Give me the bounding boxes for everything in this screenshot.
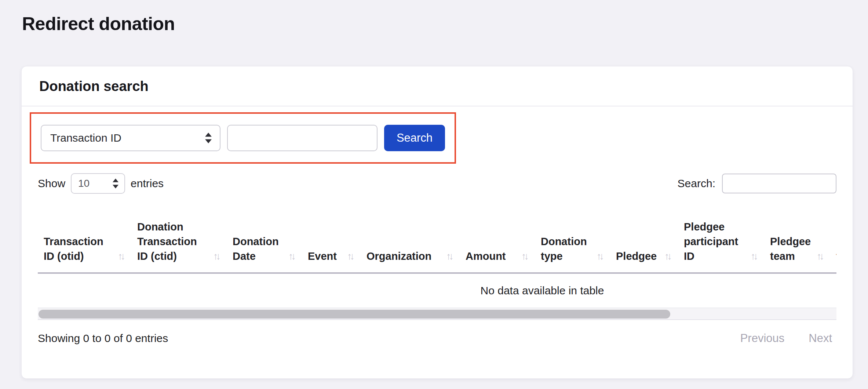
sort-icon: ↑↓: [521, 249, 529, 263]
column-label: PledgeeparticipantID: [684, 219, 738, 263]
select-arrows-icon: [205, 133, 212, 143]
column-label: Amount: [466, 249, 506, 263]
filter-field-select-value: Transaction ID: [50, 132, 121, 144]
sort-icon: ↑↓: [288, 249, 296, 263]
global-search-label: Search:: [678, 177, 715, 190]
column-label: DonationDate: [233, 234, 279, 263]
length-label-before: Show: [38, 177, 65, 190]
length-label-after: entries: [131, 177, 164, 190]
page-length-select[interactable]: 10: [71, 173, 125, 194]
filter-field-select[interactable]: Transaction ID: [41, 125, 220, 151]
page-title: Redirect donation: [22, 13, 868, 34]
sort-icon: ↑↓: [347, 249, 355, 263]
column-header-donation-date[interactable]: DonationDate↑↓: [227, 217, 302, 273]
column-header-organization[interactable]: Organization↑↓: [361, 217, 460, 273]
highlight-box: Transaction ID Search: [30, 112, 456, 164]
sort-icon: ↑↓: [446, 249, 454, 263]
global-search-input[interactable]: [722, 174, 836, 193]
pagination: Previous Next: [736, 332, 836, 345]
horizontal-scrollbar-track[interactable]: [38, 308, 836, 320]
column-header-transaction-id-otid-[interactable]: TransactionID (otid)↑↓: [38, 217, 131, 273]
column-label: Pte: [836, 234, 836, 263]
column-header-donation-type[interactable]: Donationtype↑↓: [535, 217, 610, 273]
empty-row: No data available in table: [38, 273, 836, 308]
sort-icon: ↑↓: [118, 249, 125, 263]
donations-table: TransactionID (otid)↑↓DonationTransactio…: [38, 217, 836, 308]
sort-icon: ↑↓: [213, 249, 221, 263]
global-search: Search:: [678, 174, 836, 193]
column-header-amount[interactable]: Amount↑↓: [460, 217, 535, 273]
column-label: TransactionID (otid): [44, 234, 103, 263]
table-scroll-container: TransactionID (otid)↑↓DonationTransactio…: [38, 217, 836, 308]
column-header-pledgee-participant-id[interactable]: PledgeeparticipantID↑↓: [678, 217, 764, 273]
search-button[interactable]: Search: [384, 125, 445, 151]
page-length-select-value: 10: [78, 178, 90, 189]
column-label: Pledgeeteam: [770, 234, 811, 263]
sort-icon: ↑↓: [664, 249, 672, 263]
column-label: Donationtype: [541, 234, 587, 263]
page-length-control: Show 10 entries: [38, 173, 164, 194]
column-label: Organization: [366, 249, 431, 263]
column-header-p-te[interactable]: Pte↑↓: [830, 217, 836, 273]
empty-message: No data available in table: [38, 273, 836, 308]
table-info-text: Showing 0 to 0 of 0 entries: [38, 331, 168, 346]
donation-search-card: Donation search Transaction ID Search Sh…: [21, 66, 853, 379]
table-header-row: TransactionID (otid)↑↓DonationTransactio…: [38, 217, 836, 273]
table-controls-row: Show 10 entries Search:: [38, 173, 836, 194]
sort-icon: ↑↓: [751, 249, 758, 263]
card-body: Transaction ID Search Show 10 entries: [22, 106, 853, 346]
select-arrows-icon: [113, 179, 118, 189]
previous-page-button[interactable]: Previous: [736, 332, 789, 345]
column-header-event[interactable]: Event↑↓: [302, 217, 361, 273]
horizontal-scrollbar-thumb[interactable]: [39, 310, 670, 319]
card-header: Donation search: [22, 66, 853, 106]
column-header-donation-transaction-id-ctid-[interactable]: DonationTransactionID (ctid)↑↓: [131, 217, 227, 273]
card-title: Donation search: [39, 79, 835, 94]
column-label: DonationTransactionID (ctid): [137, 219, 197, 263]
sort-icon: ↑↓: [817, 249, 824, 263]
sort-icon: ↑↓: [597, 249, 604, 263]
filter-query-input[interactable]: [227, 125, 378, 151]
column-label: Pledgee: [616, 249, 657, 263]
column-label: Event: [308, 249, 337, 263]
next-page-button[interactable]: Next: [804, 332, 836, 345]
column-header-pledgee-team[interactable]: Pledgeeteam↑↓: [764, 217, 830, 273]
table-footer-row: Showing 0 to 0 of 0 entries Previous Nex…: [38, 331, 836, 346]
column-header-pledgee[interactable]: Pledgee↑↓: [610, 217, 678, 273]
